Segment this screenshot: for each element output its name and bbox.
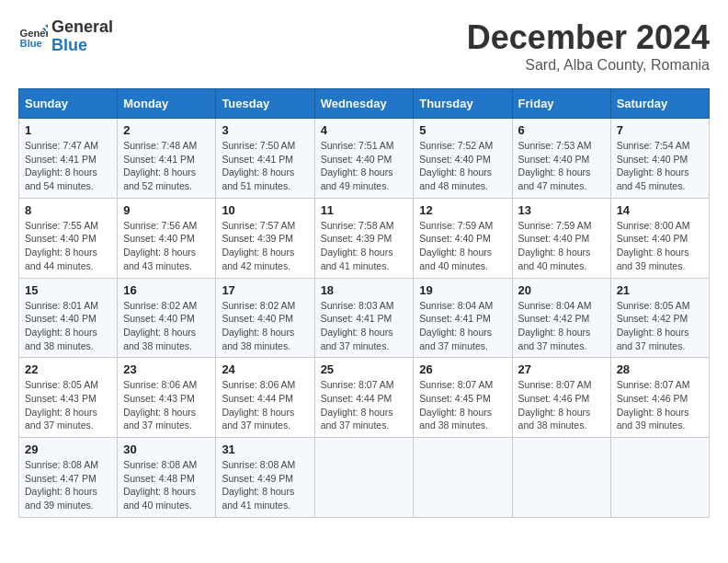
day-number: 2 <box>123 123 210 137</box>
day-info: Sunrise: 7:53 AM Sunset: 4:40 PM Dayligh… <box>518 139 605 193</box>
col-header-sunday: Sunday <box>19 89 118 119</box>
page-subtitle: Sard, Alba County, Romania <box>467 57 710 74</box>
day-number: 29 <box>25 442 111 456</box>
col-header-tuesday: Tuesday <box>216 89 314 119</box>
calendar-cell: 21 Sunrise: 8:05 AM Sunset: 4:42 PM Dayl… <box>610 278 709 358</box>
calendar-cell <box>414 438 512 518</box>
calendar-cell: 31 Sunrise: 8:08 AM Sunset: 4:49 PM Dayl… <box>216 438 314 518</box>
day-info: Sunrise: 7:47 AM Sunset: 4:41 PM Dayligh… <box>25 139 111 193</box>
day-number: 15 <box>25 283 111 297</box>
day-info: Sunrise: 7:54 AM Sunset: 4:40 PM Dayligh… <box>617 139 703 193</box>
calendar-cell: 13 Sunrise: 7:59 AM Sunset: 4:40 PM Dayl… <box>512 198 610 278</box>
logo-text-blue: Blue <box>51 37 113 55</box>
calendar-cell: 8 Sunrise: 7:55 AM Sunset: 4:40 PM Dayli… <box>19 198 118 278</box>
calendar-cell: 1 Sunrise: 7:47 AM Sunset: 4:41 PM Dayli… <box>19 119 118 199</box>
calendar-cell <box>512 438 610 518</box>
day-number: 31 <box>222 442 308 456</box>
header-row: SundayMondayTuesdayWednesdayThursdayFrid… <box>19 89 710 119</box>
day-number: 18 <box>321 283 408 297</box>
svg-text:Blue: Blue <box>20 38 42 49</box>
day-info: Sunrise: 7:48 AM Sunset: 4:41 PM Dayligh… <box>123 139 210 193</box>
calendar-cell: 20 Sunrise: 8:04 AM Sunset: 4:42 PM Dayl… <box>512 278 610 358</box>
day-info: Sunrise: 8:08 AM Sunset: 4:49 PM Dayligh… <box>222 458 308 512</box>
day-number: 23 <box>123 362 210 376</box>
calendar-cell: 18 Sunrise: 8:03 AM Sunset: 4:41 PM Dayl… <box>314 278 414 358</box>
day-number: 16 <box>123 283 210 297</box>
day-number: 10 <box>222 203 308 217</box>
calendar-cell: 29 Sunrise: 8:08 AM Sunset: 4:47 PM Dayl… <box>19 438 118 518</box>
calendar-cell: 28 Sunrise: 8:07 AM Sunset: 4:46 PM Dayl… <box>610 358 709 438</box>
calendar-cell: 30 Sunrise: 8:08 AM Sunset: 4:48 PM Dayl… <box>118 438 216 518</box>
day-number: 22 <box>25 362 111 376</box>
day-info: Sunrise: 7:57 AM Sunset: 4:39 PM Dayligh… <box>222 219 308 273</box>
calendar-cell: 22 Sunrise: 8:05 AM Sunset: 4:43 PM Dayl… <box>19 358 118 438</box>
day-number: 11 <box>321 203 408 217</box>
calendar-table: SundayMondayTuesdayWednesdayThursdayFrid… <box>18 88 710 518</box>
day-info: Sunrise: 7:52 AM Sunset: 4:40 PM Dayligh… <box>419 139 506 193</box>
day-number: 13 <box>518 203 605 217</box>
calendar-cell: 2 Sunrise: 7:48 AM Sunset: 4:41 PM Dayli… <box>118 119 216 199</box>
calendar-cell: 16 Sunrise: 8:02 AM Sunset: 4:40 PM Dayl… <box>118 278 216 358</box>
calendar-week-1: 1 Sunrise: 7:47 AM Sunset: 4:41 PM Dayli… <box>19 119 710 199</box>
day-number: 28 <box>617 362 703 376</box>
day-number: 24 <box>222 362 308 376</box>
day-info: Sunrise: 8:06 AM Sunset: 4:44 PM Dayligh… <box>222 378 308 432</box>
calendar-week-2: 8 Sunrise: 7:55 AM Sunset: 4:40 PM Dayli… <box>19 198 710 278</box>
day-info: Sunrise: 7:59 AM Sunset: 4:40 PM Dayligh… <box>419 219 506 273</box>
col-header-monday: Monday <box>118 89 216 119</box>
day-info: Sunrise: 8:04 AM Sunset: 4:41 PM Dayligh… <box>419 299 506 353</box>
calendar-cell: 17 Sunrise: 8:02 AM Sunset: 4:40 PM Dayl… <box>216 278 314 358</box>
day-number: 1 <box>25 123 111 137</box>
calendar-week-5: 29 Sunrise: 8:08 AM Sunset: 4:47 PM Dayl… <box>19 438 710 518</box>
day-info: Sunrise: 8:01 AM Sunset: 4:40 PM Dayligh… <box>25 299 111 353</box>
calendar-cell: 19 Sunrise: 8:04 AM Sunset: 4:41 PM Dayl… <box>414 278 512 358</box>
day-info: Sunrise: 8:07 AM Sunset: 4:46 PM Dayligh… <box>518 378 605 432</box>
day-number: 6 <box>518 123 605 137</box>
calendar-cell: 26 Sunrise: 8:07 AM Sunset: 4:45 PM Dayl… <box>414 358 512 438</box>
calendar-cell: 10 Sunrise: 7:57 AM Sunset: 4:39 PM Dayl… <box>216 198 314 278</box>
logo: General Blue General Blue <box>18 18 113 55</box>
day-number: 30 <box>123 442 210 456</box>
day-info: Sunrise: 7:56 AM Sunset: 4:40 PM Dayligh… <box>123 219 210 273</box>
calendar-cell: 24 Sunrise: 8:06 AM Sunset: 4:44 PM Dayl… <box>216 358 314 438</box>
calendar-cell: 6 Sunrise: 7:53 AM Sunset: 4:40 PM Dayli… <box>512 119 610 199</box>
day-number: 9 <box>123 203 210 217</box>
day-number: 17 <box>222 283 308 297</box>
day-number: 4 <box>321 123 408 137</box>
logo-text-general: General <box>51 18 113 37</box>
calendar-cell: 23 Sunrise: 8:06 AM Sunset: 4:43 PM Dayl… <box>118 358 216 438</box>
calendar-cell: 11 Sunrise: 7:58 AM Sunset: 4:39 PM Dayl… <box>314 198 414 278</box>
day-info: Sunrise: 7:50 AM Sunset: 4:41 PM Dayligh… <box>222 139 308 193</box>
day-info: Sunrise: 8:08 AM Sunset: 4:47 PM Dayligh… <box>25 458 111 512</box>
logo-icon: General Blue <box>18 22 48 52</box>
day-info: Sunrise: 8:05 AM Sunset: 4:43 PM Dayligh… <box>25 378 111 432</box>
header: General Blue General Blue December 2024 … <box>18 18 710 74</box>
day-number: 27 <box>518 362 605 376</box>
title-block: December 2024 Sard, Alba County, Romania <box>467 18 710 74</box>
day-number: 20 <box>518 283 605 297</box>
day-number: 21 <box>617 283 703 297</box>
col-header-thursday: Thursday <box>414 89 512 119</box>
calendar-week-4: 22 Sunrise: 8:05 AM Sunset: 4:43 PM Dayl… <box>19 358 710 438</box>
day-info: Sunrise: 7:51 AM Sunset: 4:40 PM Dayligh… <box>321 139 408 193</box>
calendar-cell: 5 Sunrise: 7:52 AM Sunset: 4:40 PM Dayli… <box>414 119 512 199</box>
day-info: Sunrise: 8:08 AM Sunset: 4:48 PM Dayligh… <box>123 458 210 512</box>
day-number: 19 <box>419 283 506 297</box>
day-number: 7 <box>617 123 703 137</box>
calendar-cell <box>610 438 709 518</box>
page-title: December 2024 <box>467 18 710 57</box>
col-header-friday: Friday <box>512 89 610 119</box>
day-info: Sunrise: 8:03 AM Sunset: 4:41 PM Dayligh… <box>321 299 408 353</box>
day-number: 5 <box>419 123 506 137</box>
calendar-cell: 25 Sunrise: 8:07 AM Sunset: 4:44 PM Dayl… <box>314 358 414 438</box>
day-number: 12 <box>419 203 506 217</box>
day-number: 25 <box>321 362 408 376</box>
calendar-cell: 15 Sunrise: 8:01 AM Sunset: 4:40 PM Dayl… <box>19 278 118 358</box>
day-info: Sunrise: 8:06 AM Sunset: 4:43 PM Dayligh… <box>123 378 210 432</box>
day-info: Sunrise: 7:55 AM Sunset: 4:40 PM Dayligh… <box>25 219 111 273</box>
calendar-cell: 4 Sunrise: 7:51 AM Sunset: 4:40 PM Dayli… <box>314 119 414 199</box>
calendar-cell: 12 Sunrise: 7:59 AM Sunset: 4:40 PM Dayl… <box>414 198 512 278</box>
calendar-cell <box>314 438 414 518</box>
day-number: 26 <box>419 362 506 376</box>
day-info: Sunrise: 8:02 AM Sunset: 4:40 PM Dayligh… <box>222 299 308 353</box>
